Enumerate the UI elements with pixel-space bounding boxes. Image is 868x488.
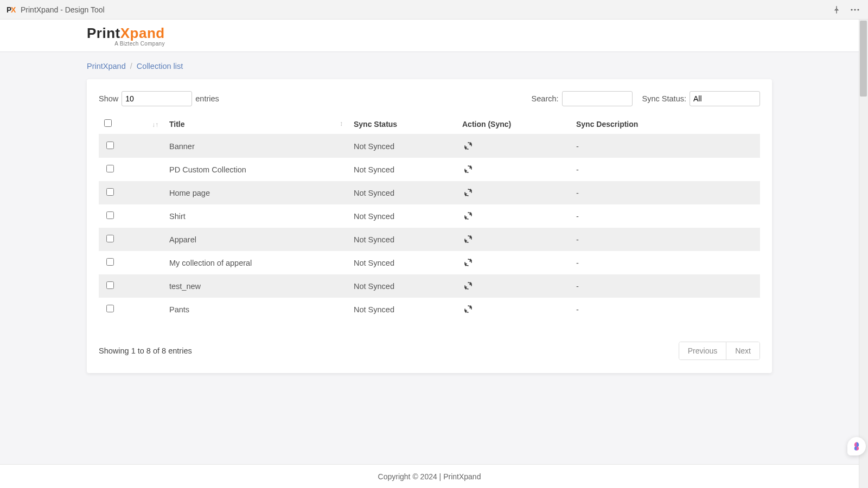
row-sync-status: Not Synced — [348, 298, 457, 321]
row-sync-description: - — [571, 251, 760, 274]
row-sync-status: Not Synced — [348, 228, 457, 251]
table-row: PD Custom CollectionNot Synced- — [99, 158, 760, 181]
row-sync-description: - — [571, 274, 760, 298]
svg-point-4 — [857, 9, 859, 10]
row-sync-status: Not Synced — [348, 158, 457, 181]
row-title: Banner — [164, 134, 348, 158]
table-row: ShirtNot Synced- — [99, 204, 760, 228]
window-title: PrintXpand - Design Tool — [21, 5, 105, 14]
row-checkbox[interactable] — [106, 211, 114, 219]
svg-point-3 — [854, 9, 856, 10]
col-header-description: Sync Description — [571, 114, 760, 134]
row-title: My collection of apperal — [164, 251, 348, 274]
more-icon[interactable] — [848, 3, 861, 16]
pin-icon[interactable] — [830, 3, 843, 16]
row-checkbox[interactable] — [106, 281, 114, 289]
breadcrumb: PrintXpand / Collection list — [0, 52, 859, 79]
table-row: BannerNot Synced- — [99, 134, 760, 158]
table-row: test_newNot Synced- — [99, 274, 760, 298]
row-sync-description: - — [571, 181, 760, 204]
brand-subtitle: A Biztech Company — [87, 41, 165, 47]
row-title: test_new — [164, 274, 348, 298]
scrollbar-thumb[interactable] — [860, 21, 867, 97]
table-info: Showing 1 to 8 of 8 entries — [99, 346, 192, 355]
col-header-sync-status: Sync Status — [348, 114, 457, 134]
row-title: Home page — [164, 181, 348, 204]
brand-logo: PrintXpand A Biztech Company — [87, 25, 165, 47]
row-title: PD Custom Collection — [164, 158, 348, 181]
collections-table: ↓↑ Title ↕ Sync Status Action (Sync) Syn… — [99, 114, 760, 321]
scrollbar-track[interactable] — [859, 20, 868, 488]
row-checkbox[interactable] — [106, 305, 114, 312]
row-title: Apparel — [164, 228, 348, 251]
row-sync-description: - — [571, 298, 760, 321]
sync-action-button[interactable] — [462, 140, 474, 152]
svg-text:X: X — [11, 5, 16, 14]
prev-button[interactable]: Previous — [679, 342, 726, 359]
sync-action-button[interactable] — [462, 233, 474, 245]
table-row: My collection of apperalNot Synced- — [99, 251, 760, 274]
row-checkbox[interactable] — [106, 165, 114, 172]
sync-action-button[interactable] — [462, 210, 474, 222]
row-sync-status: Not Synced — [348, 204, 457, 228]
sync-action-button[interactable] — [462, 303, 474, 315]
row-sync-status: Not Synced — [348, 181, 457, 204]
table-row: ApparelNot Synced- — [99, 228, 760, 251]
sync-action-button[interactable] — [462, 187, 474, 198]
page-footer: Copyright © 2024 | PrintXpand — [0, 464, 859, 488]
sync-action-button[interactable] — [462, 280, 474, 292]
row-checkbox[interactable] — [106, 142, 114, 149]
svg-point-2 — [851, 9, 852, 10]
app-logo-icon: PX — [7, 5, 16, 15]
app-header: PrintXpand A Biztech Company — [0, 20, 859, 52]
row-sync-status: Not Synced — [348, 134, 457, 158]
sync-status-filter-label: Sync Status: — [642, 94, 686, 103]
row-checkbox[interactable] — [106, 258, 114, 266]
page-length-input[interactable] — [122, 91, 192, 106]
brand-part1: Print — [87, 25, 120, 41]
show-label: Show — [99, 94, 118, 103]
table-row: Home pageNot Synced- — [99, 181, 760, 204]
row-sync-description: - — [571, 158, 760, 181]
search-label: Search: — [532, 94, 559, 103]
sync-action-button[interactable] — [462, 163, 474, 175]
copyright-text: Copyright © 2024 | PrintXpand — [378, 472, 481, 481]
col-header-action: Action (Sync) — [457, 114, 571, 134]
row-sync-status: Not Synced — [348, 251, 457, 274]
col-header-title[interactable]: Title — [169, 120, 185, 129]
sort-icon[interactable]: ↕ — [340, 120, 343, 127]
row-sync-description: - — [571, 228, 760, 251]
entries-label: entries — [195, 94, 219, 103]
row-title: Pants — [164, 298, 348, 321]
sort-icon[interactable]: ↓↑ — [152, 121, 158, 129]
table-row: PantsNot Synced- — [99, 298, 760, 321]
window-title-bar: PX PrintXpand - Design Tool — [0, 0, 868, 20]
breadcrumb-separator: / — [130, 62, 132, 70]
brand-part2: Xpand — [120, 25, 165, 41]
help-chat-button[interactable] — [847, 437, 866, 455]
row-sync-description: - — [571, 204, 760, 228]
row-sync-description: - — [571, 134, 760, 158]
row-checkbox[interactable] — [106, 235, 114, 242]
table-top-controls: Show entries Search: Sync Status: — [99, 91, 760, 106]
collection-list-card: Show entries Search: Sync Status: — [87, 79, 772, 373]
select-all-checkbox[interactable] — [104, 119, 112, 127]
sync-status-filter[interactable] — [690, 91, 760, 106]
next-button[interactable]: Next — [726, 342, 760, 359]
row-checkbox[interactable] — [106, 188, 114, 196]
row-sync-status: Not Synced — [348, 274, 457, 298]
search-input[interactable] — [562, 91, 633, 106]
breadcrumb-current[interactable]: Collection list — [137, 62, 183, 70]
table-footer: Showing 1 to 8 of 8 entries Previous Nex… — [99, 342, 760, 360]
pagination: Previous Next — [679, 342, 760, 360]
breadcrumb-root[interactable]: PrintXpand — [87, 62, 126, 70]
row-title: Shirt — [164, 204, 348, 228]
sync-action-button[interactable] — [462, 256, 474, 268]
